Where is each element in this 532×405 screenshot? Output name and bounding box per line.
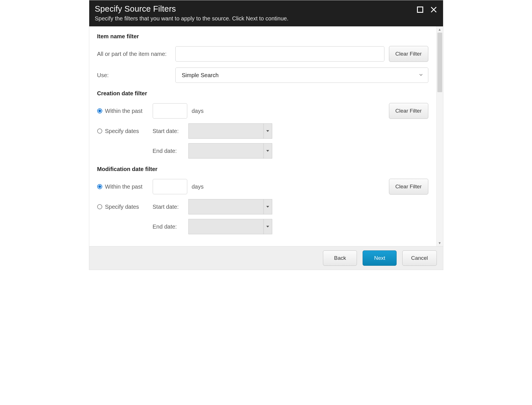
modification-date-heading: Modification date filter	[97, 166, 428, 172]
creation-within-label: Within the past	[105, 108, 142, 114]
creation-end-label: End date:	[153, 148, 184, 154]
titlebar: Specify Source Filters Specify the filte…	[89, 0, 443, 26]
item-name-label: All or part of the item name:	[97, 51, 171, 57]
dialog-content: Item name filter All or part of the item…	[89, 26, 436, 246]
cancel-button[interactable]: Cancel	[402, 250, 437, 266]
scrollbar-thumb[interactable]	[437, 33, 442, 92]
creation-specify-label: Specify dates	[105, 128, 139, 134]
modification-end-date-value	[189, 219, 263, 234]
modification-clear-button[interactable]: Clear Filter	[389, 179, 428, 195]
back-button[interactable]: Back	[323, 250, 357, 266]
modification-specify-label: Specify dates	[105, 204, 139, 210]
use-label: Use:	[97, 72, 171, 79]
maximize-button[interactable]	[416, 6, 424, 13]
close-button[interactable]	[430, 6, 437, 13]
caret-down-icon	[266, 226, 269, 227]
dialog-title: Specify Source Filters	[95, 4, 416, 14]
modification-end-label: End date:	[153, 223, 184, 230]
close-icon	[430, 6, 437, 13]
modification-start-date-value	[189, 199, 263, 214]
creation-days-suffix: days	[192, 108, 204, 114]
next-button[interactable]: Next	[363, 250, 397, 266]
item-name-filter-section: Item name filter All or part of the item…	[97, 33, 428, 83]
creation-end-date-value	[189, 144, 263, 158]
modification-within-label: Within the past	[105, 183, 142, 190]
caret-down-icon	[266, 130, 269, 132]
caret-down-icon	[266, 150, 269, 152]
modification-days-input[interactable]	[153, 179, 187, 194]
modification-end-date-picker[interactable]	[188, 219, 272, 234]
creation-date-filter-section: Creation date filter Within the past day…	[97, 90, 428, 159]
modification-within-radio[interactable]: Within the past	[97, 183, 148, 190]
creation-clear-button[interactable]: Clear Filter	[389, 103, 428, 119]
dialog-footer: Back Next Cancel	[89, 246, 443, 270]
modification-start-date-picker[interactable]	[188, 199, 272, 214]
creation-days-input[interactable]	[153, 103, 187, 119]
creation-date-heading: Creation date filter	[97, 90, 428, 97]
creation-start-label: Start date:	[153, 128, 184, 134]
creation-start-dropdown-button[interactable]	[263, 124, 272, 138]
item-name-clear-button[interactable]: Clear Filter	[389, 46, 428, 62]
scroll-up-button[interactable]: ▲	[437, 26, 443, 33]
chevron-down-icon	[419, 72, 423, 79]
item-name-filter-heading: Item name filter	[97, 33, 428, 40]
modification-days-suffix: days	[192, 183, 204, 190]
modification-start-dropdown-button[interactable]	[263, 199, 272, 214]
creation-specify-radio[interactable]: Specify dates	[97, 128, 148, 134]
item-name-input[interactable]	[175, 46, 384, 62]
scroll-down-button[interactable]: ▼	[437, 240, 443, 246]
vertical-scrollbar[interactable]: ▲ ▼	[436, 26, 443, 246]
dialog-subtitle: Specify the filters that you want to app…	[95, 15, 416, 22]
modification-date-filter-section: Modification date filter Within the past…	[97, 166, 428, 234]
caret-down-icon	[266, 206, 269, 208]
titlebar-text: Specify Source Filters Specify the filte…	[95, 4, 416, 22]
creation-start-date-picker[interactable]	[188, 123, 272, 139]
modification-start-label: Start date:	[153, 204, 184, 210]
maximize-icon	[417, 7, 423, 13]
modification-end-dropdown-button[interactable]	[263, 219, 272, 234]
creation-start-date-value	[189, 124, 263, 138]
creation-end-dropdown-button[interactable]	[263, 144, 272, 158]
creation-within-radio[interactable]: Within the past	[97, 108, 148, 114]
use-select-value: Simple Search	[182, 72, 219, 79]
dialog-window: Specify Source Filters Specify the filte…	[89, 0, 443, 270]
creation-end-date-picker[interactable]	[188, 143, 272, 159]
use-select[interactable]: Simple Search	[175, 68, 428, 83]
modification-specify-radio[interactable]: Specify dates	[97, 204, 148, 210]
